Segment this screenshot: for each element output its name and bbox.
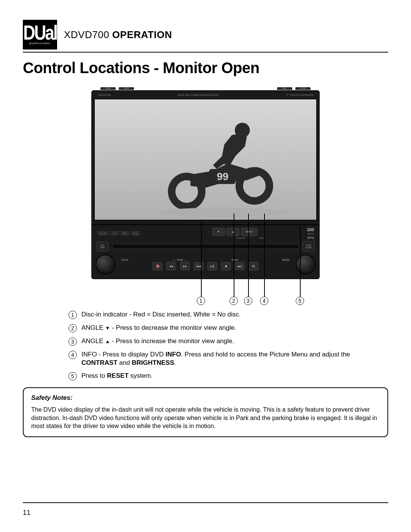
model-label: XDVD700 <box>98 94 111 96</box>
svg-text:99: 99 <box>217 171 229 182</box>
desc-item-3: 3 ANGLE - Press to increase the monitor … <box>68 337 388 346</box>
safety-notes-box: Safety Notes: The DVD video display of t… <box>23 387 388 437</box>
desc-num-1: 1 <box>68 311 77 319</box>
header-rule <box>23 52 388 53</box>
volume-knob <box>96 254 115 274</box>
power-rating: 200 WATTS iplug <box>307 227 314 239</box>
desc-text-2: ANGLE - Press to decrease the monitor vi… <box>81 324 236 332</box>
desc-num-3: 3 <box>68 337 77 346</box>
leader-2 <box>234 214 234 297</box>
badge-dolby: DOLBY <box>98 232 108 235</box>
mute-button: 🔇 <box>153 262 162 270</box>
callout-3: 3 <box>244 297 252 305</box>
page-number: 11 <box>23 509 30 517</box>
leader-4 <box>264 214 265 297</box>
mute-label: MUTE <box>121 259 128 261</box>
screen-size-label: 7" TOUCH SCREEN <box>286 94 313 96</box>
tab-close: CLOSE <box>295 87 311 90</box>
desc-item-4: 4 INFO - Press to display DVD INFO. Pres… <box>68 350 388 367</box>
desc-num-4: 4 <box>68 351 77 359</box>
header-title: XDVD700 OPERATION <box>64 29 172 41</box>
left-slot-badge: Dual PWR <box>96 241 108 251</box>
brand-logo: DUal audio•video <box>23 20 57 50</box>
svg-point-7 <box>157 208 285 217</box>
disc-slot-row: Dual PWR PUSH ENTER <box>95 241 316 251</box>
callout-2: 2 <box>229 297 238 305</box>
callout-5: 5 <box>296 297 304 305</box>
desc-text-4: INFO - Press to display DVD INFO. Press … <box>81 350 359 367</box>
badge-mp3: MP3 <box>121 232 129 235</box>
tab-band: BAND <box>100 87 116 90</box>
next-button: ▸▸| <box>235 262 245 270</box>
watts-value: 200 <box>307 227 314 232</box>
desc-text-5: Press to RESET system. <box>81 372 153 380</box>
control-descriptions: 1 Disc-in indicator - Red = Disc inserte… <box>68 310 388 380</box>
svg-point-4 <box>235 123 250 138</box>
desc-num-5: 5 <box>68 372 77 380</box>
safety-title: Safety Notes: <box>31 394 380 402</box>
angle-up-button: ▴ <box>226 228 239 236</box>
leader-1 <box>201 222 202 297</box>
header-section: OPERATION <box>112 29 172 40</box>
left-slot-pwr: PWR <box>100 246 105 249</box>
page-header: DUal audio•video XDVD700 OPERATION <box>23 20 388 50</box>
desc-item-1: 1 Disc-in indicator - Red = Disc inserte… <box>68 310 388 319</box>
badge-wma: WMA <box>131 232 140 235</box>
angle-label: ANGLE <box>227 237 255 239</box>
section-title: Control Locations - Monitor Open <box>23 59 388 77</box>
right-slot-badge: PUSH ENTER <box>303 241 315 251</box>
motocross-rider-icon: 99 <box>95 99 316 220</box>
mode-label: MODE <box>282 259 290 261</box>
tab-disp: DISP <box>277 87 292 90</box>
iplug-label: iplug <box>307 236 314 239</box>
touch-screen: 99 <box>94 99 317 220</box>
ff-button: ▸▸ <box>180 262 190 270</box>
safety-body: The DVD video display of the in-dash uni… <box>31 406 380 430</box>
info-button: INFO <box>241 228 258 236</box>
device-illustration: BAND AS/PS DISP CLOSE XDVD700 DVD MULTIM… <box>91 87 320 279</box>
desc-text-1: Disc-in indicator - Red = Disc inserted,… <box>81 310 241 319</box>
desc-item-5: 5 Press to RESET system. <box>68 372 388 380</box>
stop-button: ■ <box>221 262 231 270</box>
leader-5 <box>300 227 301 297</box>
angle-down-button: ▾ <box>212 228 225 236</box>
header-model: XDVD700 <box>64 29 109 40</box>
controls-row: MUTE ┌─ TUNE ─┐ SCAN MODE 🔇 ◂◂ ▸▸ |◂◂ ▸|… <box>95 254 316 275</box>
select-knob <box>296 254 315 274</box>
disc-slot <box>112 244 299 249</box>
desc-text-3: ANGLE - Press to increase the monitor vi… <box>81 337 234 345</box>
scan-label: SCAN <box>231 259 238 261</box>
receiver-label: DVD MULTIMEDIA RECEIVER <box>178 94 219 96</box>
leader-3 <box>248 214 249 297</box>
monitor-unit: XDVD700 DVD MULTIMEDIA RECEIVER 7" TOUCH… <box>91 90 320 225</box>
callout-4: 4 <box>260 297 268 305</box>
transport-buttons: 🔇 ◂◂ ▸▸ |◂◂ ▸|| ■ ▸▸| M <box>119 262 292 270</box>
tab-asps: AS/PS <box>119 87 134 90</box>
callout-1: 1 <box>197 297 205 305</box>
brand-logo-text: DUal <box>23 24 57 42</box>
watts-unit: WATTS <box>307 233 314 235</box>
desc-num-2: 2 <box>68 324 77 332</box>
desc-item-2: 2 ANGLE - Press to decrease the monitor … <box>68 324 388 332</box>
mode-button: M <box>249 262 258 270</box>
rew-button: ◂◂ <box>166 262 176 270</box>
angle-info-cluster: ▾ ▴ INFO <box>212 228 258 236</box>
format-badges: DOLBY DVD MP3 WMA <box>95 231 143 236</box>
playpause-button: ▸|| <box>207 262 217 270</box>
right-slot-enter: ENTER <box>306 246 312 249</box>
top-tabs: BAND AS/PS DISP CLOSE <box>91 87 320 90</box>
callout-leaders: 1 2 3 4 5 <box>91 279 320 306</box>
tune-label: TUNE <box>177 259 183 261</box>
base-unit: DOLBY DVD MP3 WMA ▾ ▴ INFO ANGLE ◂P/C▸ <box>91 225 320 279</box>
pc-label: ◂P/C▸ <box>256 237 269 239</box>
badge-dvd: DVD <box>111 232 119 235</box>
footer-rule <box>23 502 388 503</box>
prev-button: |◂◂ <box>194 262 204 270</box>
